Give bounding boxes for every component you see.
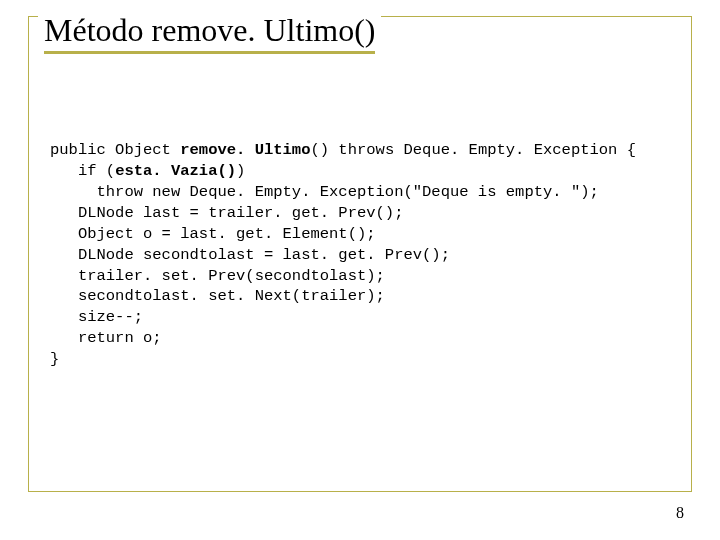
title-wrap: Método remove. Ultimo() bbox=[38, 12, 381, 60]
code-line-4: DLNode last = trailer. get. Prev(); bbox=[50, 204, 403, 222]
code-line-6: DLNode secondtolast = last. get. Prev(); bbox=[50, 246, 450, 264]
code-line-10: return o; bbox=[50, 329, 162, 347]
code-line-2b: esta. Vazia() bbox=[115, 162, 236, 180]
code-line-8: secondtolast. set. Next(trailer); bbox=[50, 287, 385, 305]
code-line-1a: public Object bbox=[50, 141, 180, 159]
code-line-1b: remove. Ultimo bbox=[180, 141, 310, 159]
slide: Método remove. Ultimo() public Object re… bbox=[0, 0, 720, 540]
code-line-9: size--; bbox=[50, 308, 143, 326]
code-line-1c: () throws Deque. Empty. Exception { bbox=[310, 141, 636, 159]
code-line-5: Object o = last. get. Element(); bbox=[50, 225, 376, 243]
title-underline bbox=[44, 51, 375, 54]
code-line-7: trailer. set. Prev(secondtolast); bbox=[50, 267, 385, 285]
code-line-11: } bbox=[50, 350, 59, 368]
code-line-3: throw new Deque. Empty. Exception("Deque… bbox=[50, 183, 599, 201]
page-number: 8 bbox=[676, 504, 684, 522]
code-line-2c: ) bbox=[236, 162, 245, 180]
code-line-2a: if ( bbox=[50, 162, 115, 180]
code-block: public Object remove. Ultimo() throws De… bbox=[50, 140, 680, 370]
slide-title: Método remove. Ultimo() bbox=[44, 12, 375, 49]
